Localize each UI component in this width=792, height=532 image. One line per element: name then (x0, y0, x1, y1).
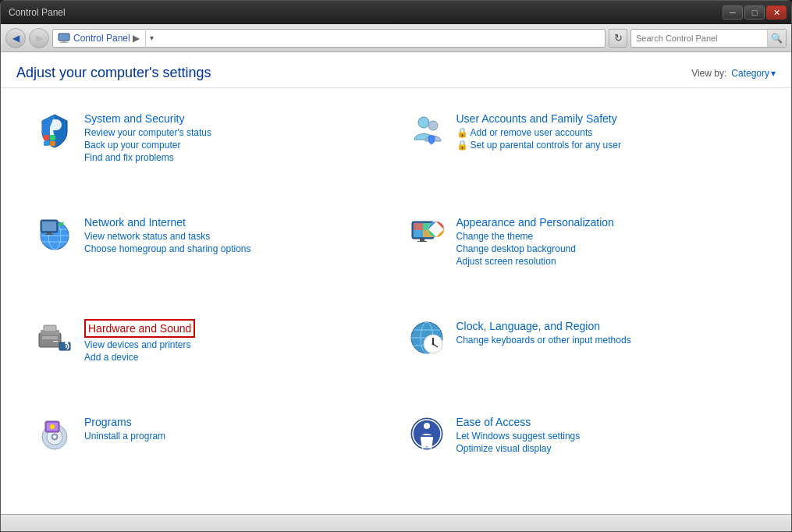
svg-rect-15 (42, 222, 56, 231)
svg-rect-28 (39, 333, 61, 347)
ease-access-text: Ease of Access Let Windows suggest setti… (456, 415, 581, 454)
system-security-icon (36, 112, 73, 149)
hardware-link-1[interactable]: View devices and printers (84, 339, 195, 350)
maximize-button[interactable]: □ (744, 5, 765, 20)
content-header: Adjust your computer's settings View by:… (1, 52, 791, 88)
svg-point-43 (432, 343, 434, 346)
appearance-icon (408, 215, 446, 253)
network-link-2[interactable]: Choose homegroup and sharing options (84, 243, 250, 254)
svg-rect-1 (62, 41, 66, 42)
hardware-sound-text: Hardware and Sound View devices and prin… (84, 319, 195, 363)
programs-text: Programs Uninstall a program (84, 415, 165, 442)
ease-access-link-2[interactable]: Optimize visual display (456, 443, 581, 454)
category-appearance: Appearance and Personalization Change th… (396, 207, 769, 311)
breadcrumb-dropdown[interactable]: ▾ (145, 29, 158, 48)
clock-link-1[interactable]: Change keyboards or other input methods (456, 335, 631, 346)
programs-icon (36, 415, 73, 452)
system-security-link-3[interactable]: Find and fix problems (84, 152, 211, 163)
clock-icon (408, 319, 446, 356)
breadcrumb-bar: Control Panel ▶ ▾ (52, 29, 606, 48)
minimize-button[interactable]: ─ (723, 5, 743, 20)
svg-rect-31 (44, 325, 56, 332)
user-accounts-text: User Accounts and Family Safety 🔒 Add or… (456, 112, 621, 151)
title-bar: Control Panel ─ □ ✕ (1, 1, 791, 24)
appearance-title[interactable]: Appearance and Personalization (456, 215, 614, 229)
network-title[interactable]: Network and Internet (84, 215, 250, 229)
system-security-title[interactable]: System and Security (84, 112, 211, 126)
svg-rect-0 (59, 34, 69, 41)
system-security-link-2[interactable]: Back up your computer (84, 140, 211, 151)
user-accounts-link-2[interactable]: 🔒 Set up parental controls for any user (456, 140, 621, 151)
page-title: Adjust your computer's settings (16, 65, 211, 81)
svg-rect-21 (414, 223, 423, 230)
system-security-text: System and Security Review your computer… (84, 112, 211, 163)
close-button[interactable]: ✕ (766, 5, 787, 20)
hardware-sound-icon (36, 319, 73, 356)
title-bar-buttons: ─ □ ✕ (723, 5, 787, 20)
back-button[interactable]: ◀ (5, 28, 26, 48)
svg-rect-4 (50, 135, 55, 140)
clock-title[interactable]: Clock, Language, and Region (456, 319, 631, 333)
user-accounts-icon (408, 112, 446, 149)
category-programs: Programs Uninstall a program (24, 407, 396, 498)
appearance-link-3[interactable]: Adjust screen resolution (456, 256, 614, 267)
svg-rect-23 (414, 230, 423, 237)
programs-link-1[interactable]: Uninstall a program (84, 431, 165, 442)
network-link-1[interactable]: View network status and tasks (84, 231, 250, 242)
search-icon[interactable]: 🔍 (767, 29, 786, 48)
breadcrumb-root[interactable]: Control Panel (73, 33, 130, 44)
breadcrumb-computer-icon (58, 32, 70, 44)
svg-rect-29 (42, 336, 58, 339)
ease-access-link-1[interactable]: Let Windows suggest settings (456, 431, 581, 442)
appearance-link-1[interactable]: Change the theme (456, 231, 614, 242)
category-network: Network and Internet View network status… (24, 207, 396, 311)
breadcrumb-separator: ▶ (133, 33, 140, 44)
main-window: Control Panel ─ □ ✕ ◀ ▶ Control Panel ▶ … (0, 0, 792, 532)
svg-rect-17 (45, 234, 53, 235)
refresh-button[interactable]: ↻ (609, 29, 627, 48)
content-area: Adjust your computer's settings View by:… (1, 52, 791, 514)
svg-rect-5 (44, 141, 49, 146)
view-by-dropdown[interactable]: Category ▾ (731, 68, 776, 79)
hardware-sound-title[interactable]: Hardware and Sound (84, 319, 195, 338)
svg-rect-3 (44, 135, 49, 140)
status-bar (1, 514, 791, 531)
category-ease-access: Ease of Access Let Windows suggest setti… (396, 407, 769, 498)
svg-point-8 (428, 121, 438, 130)
network-icon (36, 215, 73, 253)
svg-rect-32 (53, 341, 58, 342)
category-system-security: System and Security Review your computer… (24, 104, 396, 207)
network-text: Network and Internet View network status… (84, 215, 250, 254)
forward-button[interactable]: ▶ (29, 28, 49, 48)
category-clock: Clock, Language, and Region Change keybo… (396, 311, 769, 407)
user-accounts-link-1[interactable]: 🔒 Add or remove user accounts (456, 127, 621, 138)
view-by-label: View by: (691, 68, 726, 79)
categories-grid: System and Security Review your computer… (1, 88, 791, 514)
address-bar: ◀ ▶ Control Panel ▶ ▾ ↻ 🔍 (1, 24, 791, 52)
svg-rect-26 (417, 241, 427, 242)
svg-point-50 (50, 424, 55, 429)
search-input[interactable] (631, 34, 767, 43)
category-user-accounts: User Accounts and Family Safety 🔒 Add or… (396, 104, 769, 207)
svg-point-47 (53, 435, 56, 438)
category-hardware-sound: Hardware and Sound View devices and prin… (24, 311, 396, 407)
programs-title[interactable]: Programs (84, 415, 165, 429)
svg-point-53 (424, 423, 430, 429)
svg-rect-16 (47, 232, 51, 234)
user-accounts-title[interactable]: User Accounts and Family Safety (456, 112, 621, 126)
system-security-link-1[interactable]: Review your computer's status (84, 127, 211, 138)
search-bar: 🔍 (630, 29, 787, 48)
view-by: View by: Category ▾ (691, 68, 776, 79)
title-bar-text: Control Panel (9, 7, 66, 18)
svg-point-7 (418, 117, 429, 128)
clock-text: Clock, Language, and Region Change keybo… (456, 319, 631, 346)
appearance-link-2[interactable]: Change desktop background (456, 243, 614, 254)
hardware-link-2[interactable]: Add a device (84, 352, 195, 363)
svg-rect-2 (60, 42, 68, 43)
svg-rect-25 (420, 239, 424, 241)
appearance-text: Appearance and Personalization Change th… (456, 215, 614, 267)
ease-access-icon (408, 415, 446, 452)
svg-rect-6 (50, 141, 55, 146)
ease-access-title[interactable]: Ease of Access (456, 415, 581, 429)
